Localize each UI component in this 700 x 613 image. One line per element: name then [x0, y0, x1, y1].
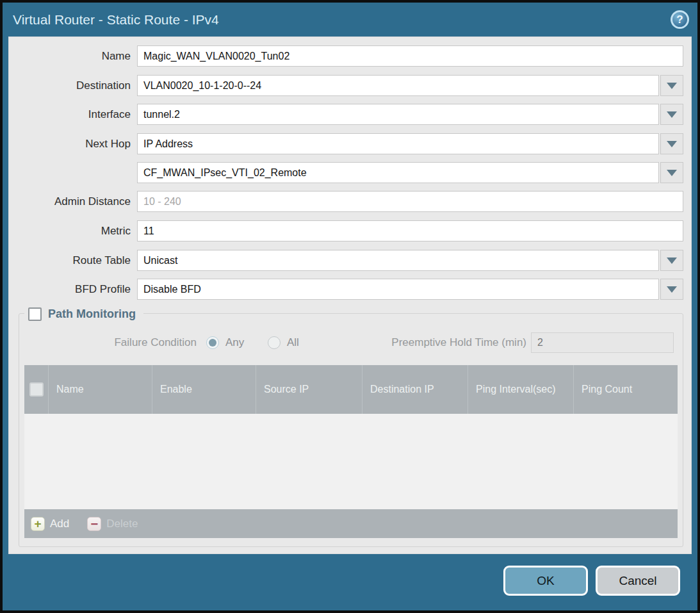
- admin-distance-label: Admin Distance: [9, 191, 131, 212]
- name-label: Name: [9, 45, 131, 67]
- preemptive-hold-time-label: Preemptive Hold Time (min): [307, 332, 526, 354]
- route-table-label: Route Table: [9, 250, 131, 271]
- radio-any[interactable]: [206, 336, 219, 349]
- interface-label: Interface: [9, 104, 131, 125]
- chevron-down-icon: [667, 286, 677, 293]
- bfd-profile-dropdown-button[interactable]: [660, 279, 683, 300]
- path-monitoring-group: Path Monitoring Failure Condition Any Al…: [19, 313, 683, 547]
- chevron-down-icon: [667, 141, 677, 147]
- column-header-enable: Enable: [152, 365, 256, 414]
- name-row: Name: [9, 45, 691, 67]
- bfd-profile-row: BFD Profile: [9, 279, 691, 300]
- route-table-dropdown-button[interactable]: [660, 250, 683, 271]
- ok-button[interactable]: OK: [503, 566, 588, 596]
- add-button[interactable]: + Add: [31, 517, 69, 531]
- destination-label: Destination: [9, 75, 131, 96]
- admin-distance-row: Admin Distance: [9, 191, 691, 212]
- next-hop-value-row: [9, 162, 691, 183]
- table-header: Name Enable Source IP Destination IP Pin…: [24, 365, 678, 414]
- dialog-body: Name Destination Interface Next Hop: [8, 37, 692, 554]
- help-icon[interactable]: ?: [671, 10, 689, 29]
- metric-row: Metric: [9, 220, 691, 241]
- delete-button-label: Delete: [106, 518, 138, 530]
- add-button-label: Add: [50, 518, 69, 530]
- name-input[interactable]: [137, 45, 683, 67]
- radio-all[interactable]: [268, 336, 281, 349]
- next-hop-value-dropdown-button[interactable]: [660, 162, 683, 183]
- chevron-down-icon: [667, 111, 677, 118]
- dialog-title: Virtual Router - Static Route - IPv4: [13, 3, 219, 37]
- path-monitoring-title: Path Monitoring: [48, 307, 136, 321]
- column-header-ping-interval: Ping Interval(sec): [468, 365, 573, 414]
- next-hop-type-dropdown-button[interactable]: [660, 133, 683, 154]
- path-monitoring-table-body: [24, 414, 678, 509]
- metric-label: Metric: [9, 220, 131, 241]
- route-table-row: Route Table: [9, 250, 691, 271]
- chevron-down-icon: [667, 170, 677, 176]
- interface-row: Interface: [9, 104, 691, 125]
- admin-distance-input[interactable]: [137, 191, 683, 212]
- minus-icon: −: [87, 517, 101, 531]
- path-monitoring-table: Name Enable Source IP Destination IP Pin…: [24, 365, 678, 538]
- next-hop-value-input[interactable]: [137, 162, 659, 183]
- radio-any-label: Any: [225, 332, 244, 354]
- interface-input[interactable]: [137, 104, 659, 125]
- destination-dropdown-button[interactable]: [660, 75, 683, 96]
- next-hop-row: Next Hop: [9, 133, 691, 154]
- failure-condition-row: Failure Condition Any All Preemptive Hol…: [19, 332, 683, 354]
- failure-condition-label: Failure Condition: [19, 332, 197, 354]
- interface-dropdown-button[interactable]: [660, 104, 683, 125]
- column-header-ping-count: Ping Count: [573, 365, 678, 414]
- preemptive-hold-time-input[interactable]: [531, 332, 674, 353]
- route-table-input[interactable]: [137, 250, 659, 271]
- radio-all-label: All: [287, 332, 299, 354]
- next-hop-label: Next Hop: [9, 133, 131, 154]
- destination-row: Destination: [9, 75, 691, 96]
- select-all-checkbox[interactable]: [29, 382, 44, 396]
- column-header-source-ip: Source IP: [256, 365, 362, 414]
- chevron-down-icon: [667, 83, 677, 89]
- bfd-profile-label: BFD Profile: [9, 279, 131, 300]
- destination-input[interactable]: [137, 75, 659, 96]
- delete-button[interactable]: − Delete: [87, 517, 138, 531]
- path-monitoring-legend: Path Monitoring: [24, 306, 143, 322]
- next-hop-type-input[interactable]: [137, 133, 659, 154]
- column-header-destination-ip: Destination IP: [362, 365, 468, 414]
- path-monitoring-checkbox[interactable]: [28, 307, 42, 321]
- metric-input[interactable]: [137, 220, 683, 241]
- column-header-name: Name: [48, 365, 152, 414]
- header-checkbox-cell: [24, 365, 48, 414]
- plus-icon: +: [31, 517, 45, 531]
- chevron-down-icon: [667, 257, 677, 264]
- bfd-profile-input[interactable]: [137, 279, 659, 300]
- cancel-button[interactable]: Cancel: [596, 566, 680, 596]
- static-route-dialog: Virtual Router - Static Route - IPv4 ? N…: [0, 0, 700, 613]
- table-toolbar: + Add − Delete: [24, 509, 678, 538]
